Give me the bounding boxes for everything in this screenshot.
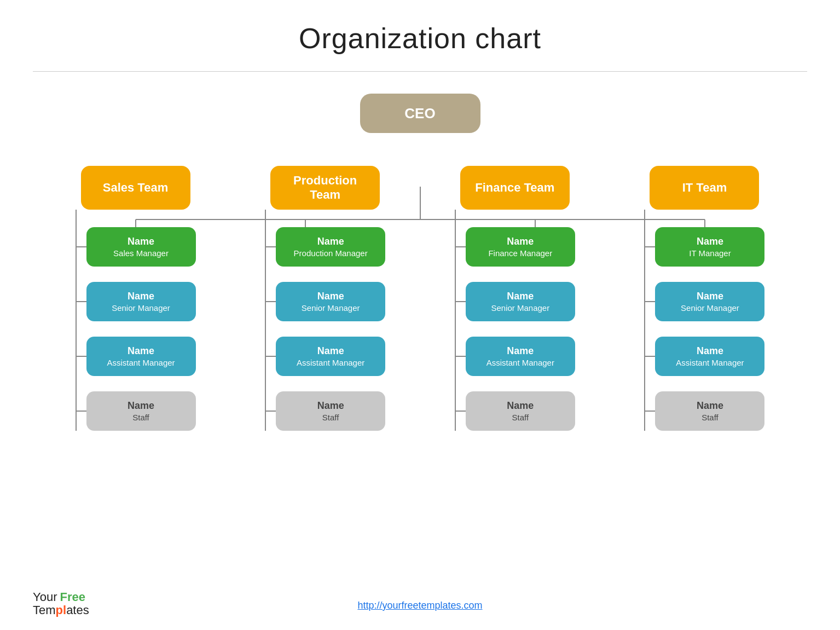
fin-stack: Name Finance Manager Name Senior Manager (455, 210, 575, 431)
fin-asst-row: Name Assistant Manager (455, 337, 575, 376)
sales-bracket-line (76, 227, 77, 431)
sales-tick-h1 (76, 246, 86, 247)
footer-url[interactable]: http://yourfreetemplates.com (357, 600, 482, 611)
prod-tick-h3 (265, 356, 276, 357)
chart-container: CEO Sales Team (0, 72, 840, 442)
asst-finance: Name Assistant Manager (466, 337, 575, 376)
col-it: IT Team Name IT Manager (619, 166, 789, 431)
prod-stack: Name Production Manager Name Senior Mana… (265, 210, 385, 431)
prod-tick-h1 (265, 246, 276, 247)
prod-tick-h2 (265, 301, 276, 302)
manager-sales: Name Sales Manager (86, 227, 196, 267)
prod-manager-row: Name Production Manager (265, 227, 385, 267)
team-it: IT Team (650, 166, 759, 210)
it-tick-h4 (644, 411, 655, 412)
fin-senior-row: Name Senior Manager (455, 282, 575, 321)
prod-asst-row: Name Assistant Manager (265, 337, 385, 376)
team-finance: Finance Team (460, 166, 570, 210)
logo-your: Your (33, 591, 57, 604)
senior-sales: Name Senior Manager (86, 282, 196, 321)
sales-senior-row: Name Senior Manager (76, 282, 196, 321)
col-production: Production Team Name Production Manager (240, 166, 410, 431)
manager-finance: Name Finance Manager (466, 227, 575, 267)
prod-senior-row: Name Senior Manager (265, 282, 385, 321)
sales-nodes: Name Sales Manager Name Senior Manager (76, 210, 196, 431)
fin-bracket-line (455, 227, 456, 431)
senior-production: Name Senior Manager (276, 282, 385, 321)
col-finance: Finance Team Name Finance Manager (430, 166, 600, 431)
fin-staff-row: Name Staff (455, 391, 575, 431)
manager-it: Name IT Manager (655, 227, 764, 267)
team-sales: Sales Team (81, 166, 190, 210)
footer-logo: Your Free Tem pl ates (33, 591, 89, 617)
prod-bracket-line (265, 227, 266, 431)
prod-staff-row: Name Staff (265, 391, 385, 431)
ceo-node: CEO (360, 94, 480, 133)
sales-asst-row: Name Assistant Manager (76, 337, 196, 376)
logo-tem: Tem (33, 604, 56, 617)
sales-tick-h2 (76, 301, 86, 302)
it-stack: Name IT Manager Name Senior Manager (644, 210, 764, 431)
senior-finance: Name Senior Manager (466, 282, 575, 321)
fin-tick-h4 (455, 411, 466, 412)
team-production: Production Team (270, 166, 380, 210)
it-tick-1 (644, 210, 645, 227)
ceo-row: CEO (360, 94, 480, 133)
it-asst-row: Name Assistant Manager (644, 337, 764, 376)
logo-free: Free (60, 591, 85, 604)
logo-line2: Tem pl ates (33, 604, 89, 617)
fin-manager-row: Name Finance Manager (455, 227, 575, 267)
staff-sales: Name Staff (86, 391, 196, 431)
sales-stack: Name Sales Manager Name Senior Manager (76, 210, 196, 431)
page-title: Organization chart (0, 0, 840, 71)
it-manager-row: Name IT Manager (644, 227, 764, 267)
columns-row: Sales Team Name Sales Manage (51, 166, 790, 431)
it-staff-row: Name Staff (644, 391, 764, 431)
logo-ates: ates (66, 604, 89, 617)
senior-it: Name Senior Manager (655, 282, 764, 321)
it-nodes: Name IT Manager Name Senior Manager (644, 210, 764, 431)
it-tick-h1 (644, 246, 655, 247)
sales-tick-h4 (76, 411, 86, 412)
logo-line1: Your Free (33, 591, 89, 604)
fin-tick-h3 (455, 356, 466, 357)
staff-it: Name Staff (655, 391, 764, 431)
fin-nodes: Name Finance Manager Name Senior Manager (455, 210, 575, 431)
footer-link-container: http://yourfreetemplates.com (357, 600, 482, 611)
prod-tick-1 (265, 210, 266, 227)
fin-tick-h2 (455, 301, 466, 302)
asst-sales: Name Assistant Manager (86, 337, 196, 376)
logo-pl: pl (56, 604, 67, 617)
it-tick-h3 (644, 356, 655, 357)
sales-staff-row: Name Staff (76, 391, 196, 431)
staff-finance: Name Staff (466, 391, 575, 431)
sales-manager-row: Name Sales Manager (76, 227, 196, 267)
prod-tick-h4 (265, 411, 276, 412)
staff-production: Name Staff (276, 391, 385, 431)
prod-nodes: Name Production Manager Name Senior Mana… (265, 210, 385, 431)
manager-production: Name Production Manager (276, 227, 385, 267)
asst-it: Name Assistant Manager (655, 337, 764, 376)
sales-tick-h3 (76, 356, 86, 357)
it-tick-h2 (644, 301, 655, 302)
col-sales: Sales Team Name Sales Manage (51, 166, 221, 431)
asst-production: Name Assistant Manager (276, 337, 385, 376)
fin-tick-h1 (455, 246, 466, 247)
sales-tick-1 (76, 210, 77, 227)
fin-tick-1 (455, 210, 456, 227)
it-senior-row: Name Senior Manager (644, 282, 764, 321)
it-bracket-line (644, 227, 645, 431)
